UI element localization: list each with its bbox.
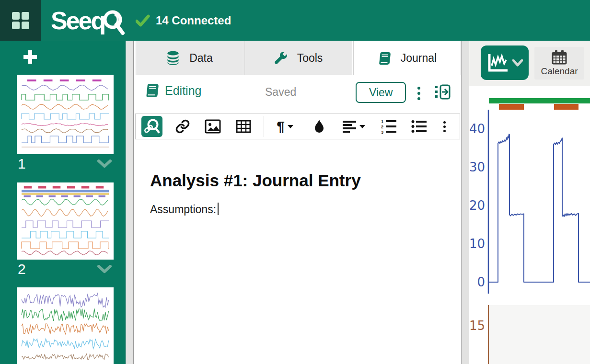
database-icon [166, 51, 180, 65]
numbered-list-icon: 1 2 3 [381, 119, 396, 134]
ordered-list-button[interactable]: 1 2 3 [378, 116, 399, 137]
condition-orange[interactable] [554, 104, 578, 110]
table-icon [236, 120, 251, 133]
seeq-logo: Seeq [51, 5, 127, 36]
editing-mode-label: Editing [165, 84, 201, 98]
journal-status-bar: Editing Saved View [134, 75, 461, 112]
worksheet-thumbnail-3-chart [20, 290, 111, 363]
checkmark-icon [136, 14, 150, 27]
connection-status-label: 14 Connected [156, 14, 231, 27]
paragraph-style-button[interactable]: ¶ [271, 116, 299, 137]
link-icon [175, 119, 190, 134]
pilcrow-icon: ¶ [277, 119, 285, 134]
logo-text: Seeq [51, 6, 104, 35]
trend-chart-icon [486, 53, 509, 72]
blue-step-signal [488, 134, 590, 282]
panel-scrollbar[interactable] [461, 41, 469, 364]
collapse-panel-icon[interactable] [432, 82, 452, 104]
y-axis-tick-label: 30 [469, 160, 485, 174]
svg-text:2: 2 [381, 125, 383, 129]
worksheet-2-chevron-down-icon[interactable] [97, 265, 112, 275]
worksheet-label-2: 2 [18, 261, 26, 277]
saved-status-label: Saved [265, 86, 296, 99]
worksheet-1-chevron-down-icon[interactable] [97, 159, 112, 170]
worksheet-sidebar: 1 2 [0, 41, 126, 364]
worksheet-thumbnail-1-chart [20, 77, 111, 150]
sidebar-resize-handle[interactable] [126, 41, 134, 364]
image-icon [205, 119, 221, 134]
y-axis-tick-label: 10 [469, 237, 485, 251]
view-button[interactable]: View [356, 82, 406, 103]
insert-table-button[interactable] [233, 116, 254, 137]
connection-status[interactable]: 14 Connected [136, 0, 231, 41]
lane-2-plot-area [489, 305, 590, 364]
trend-chart[interactable]: 403020100 [469, 86, 590, 301]
book-icon [145, 83, 159, 98]
chevron-down-icon [288, 125, 293, 128]
editing-mode-indicator: Editing [145, 83, 201, 98]
calendar-button[interactable]: Calendar [534, 47, 584, 80]
tab-journal[interactable]: Journal [353, 41, 461, 75]
tab-data-label: Data [189, 52, 213, 65]
top-bar: Seeq 14 Connected [0, 0, 590, 41]
trend-toolbar: Calendar [469, 41, 590, 86]
grid-icon [12, 11, 30, 30]
plus-icon [23, 50, 37, 64]
tab-tools[interactable]: Tools [244, 41, 352, 75]
bullet-list-icon [411, 120, 427, 133]
y-axis-tick-label: 40 [469, 122, 485, 136]
worksheet-thumbnail-1[interactable] [17, 75, 114, 154]
y-axis-tick-label: 0 [477, 275, 485, 289]
align-left-icon [342, 120, 357, 133]
tab-data[interactable]: Data [136, 41, 243, 75]
add-worksheet-button[interactable] [0, 41, 126, 74]
worksheet-thumbnail-3[interactable] [17, 287, 114, 364]
svg-text:3: 3 [381, 130, 383, 134]
text-cursor [218, 203, 219, 215]
chevron-down-icon [359, 125, 365, 128]
tab-tools-label: Tools [297, 52, 323, 65]
droplet-icon [313, 119, 325, 134]
app-grid-button[interactable] [0, 0, 41, 41]
toolbar-overflow-menu-icon[interactable] [439, 116, 450, 137]
worksheet-thumbnail-2-chart [20, 185, 111, 255]
trend-chart-lane-2[interactable]: 15 [469, 303, 590, 364]
toolbar-separator [264, 116, 264, 137]
calendar-button-label: Calendar [541, 66, 578, 77]
wrench-icon [274, 51, 288, 65]
worksheet-thumbnail-2[interactable] [17, 182, 114, 260]
svg-text:1: 1 [381, 119, 383, 124]
tab-journal-label: Journal [401, 52, 437, 65]
document-body: Assumptions: [150, 203, 442, 216]
journal-panel: Data Tools Journal Edi [134, 41, 461, 364]
document-title: Analysis #1: Journal Entry [150, 171, 442, 190]
align-button[interactable] [339, 116, 369, 137]
journal-overflow-menu-icon[interactable] [415, 84, 423, 103]
y-axis-tick-label: 15 [469, 318, 485, 333]
panel-tabs: Data Tools Journal [134, 41, 461, 75]
condition-green[interactable] [489, 98, 590, 103]
bullet-list-button[interactable] [408, 116, 429, 137]
journal-editor[interactable]: Analysis #1: Journal Entry Assumptions: [134, 139, 461, 216]
worksheet-label-1: 1 [18, 156, 26, 172]
text-color-button[interactable] [309, 116, 330, 137]
insert-image-button[interactable] [203, 116, 224, 137]
insert-link-button[interactable] [172, 116, 193, 137]
trend-view-button[interactable] [481, 46, 529, 80]
y-axis-tick-label: 20 [469, 198, 485, 213]
rich-text-toolbar: ¶ 1 2 3 [135, 114, 460, 139]
seeq-link-button[interactable] [141, 116, 162, 137]
chevron-down-icon [512, 59, 523, 67]
logo-q-icon [101, 7, 127, 37]
seeq-link-icon [142, 117, 162, 136]
trend-panel: Calendar 403020100 15 [469, 41, 590, 364]
condition-orange[interactable] [499, 104, 524, 110]
calendar-icon [552, 50, 567, 65]
lane-2-y-axis[interactable] [488, 305, 489, 364]
book-icon [378, 51, 391, 66]
